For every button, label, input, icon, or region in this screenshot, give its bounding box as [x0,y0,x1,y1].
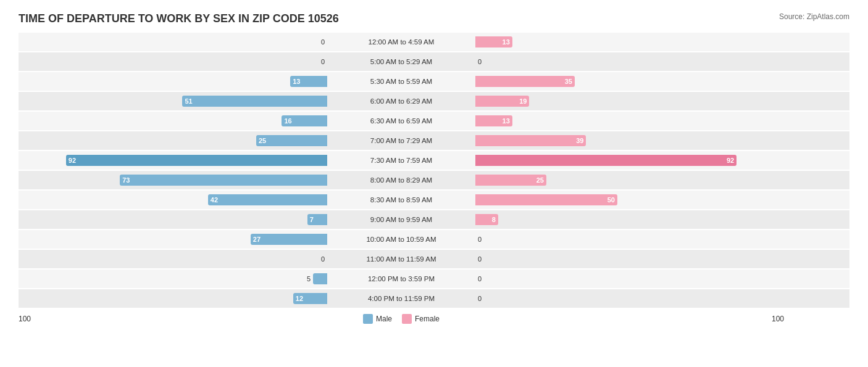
female-value: 50 [607,196,615,204]
female-value: 0 [478,295,482,302]
male-bar [313,273,327,284]
male-bar: 25 [256,135,327,146]
female-value: 25 [536,176,544,184]
male-bar: 13 [290,76,327,87]
male-bar-container: 7 [19,214,327,225]
female-bar-container: 8 [475,214,784,225]
male-value: 5 [307,275,311,282]
female-bar-container: 25 [475,175,784,186]
male-value: 0 [321,255,325,263]
male-value: 12 [296,295,303,302]
female-bar: 39 [475,135,586,146]
male-bar-container: 25 [19,135,327,146]
male-bar-container: 27 [19,234,327,245]
male-value: 27 [253,236,261,243]
female-bar: 25 [475,175,546,186]
data-row: 135:30 AM to 5:59 AM35 [19,72,849,91]
female-value: 92 [727,157,734,164]
scale-right: 100 [475,315,784,323]
time-label: 12:00 AM to 4:59 AM [327,38,475,46]
male-bar: 92 [66,155,327,166]
female-value: 13 [503,117,510,125]
time-label: 8:30 AM to 8:59 AM [327,196,475,204]
time-label: 7:00 AM to 7:29 AM [327,137,475,144]
male-bar-container: 92 [19,155,327,166]
female-bar-container: 39 [475,135,784,146]
female-value: 39 [576,137,583,144]
footer-row: 100 Male Female 100 [19,314,849,324]
female-value: 0 [478,236,482,243]
female-bar-container: 13 [475,36,784,47]
male-bar: 7 [307,214,327,225]
female-bar-container: 0 [475,295,784,302]
legend-female: Female [402,314,440,324]
male-value: 7 [310,216,314,223]
scale-left: 100 [19,315,327,323]
time-label: 4:00 PM to 11:59 PM [327,295,475,302]
female-bar: 50 [475,194,617,205]
female-value: 0 [478,58,482,65]
female-bar: 19 [475,96,529,107]
male-bar: 16 [282,115,327,126]
male-bar-container: 0 [19,58,327,65]
female-bar: 8 [475,214,498,225]
male-value: 25 [259,137,266,144]
time-label: 8:00 AM to 8:29 AM [327,176,475,184]
time-label: 12:00 PM to 3:59 PM [327,275,475,282]
male-bar-container: 12 [19,293,327,304]
female-bar: 13 [475,36,512,47]
data-row: 738:00 AM to 8:29 AM25 [19,171,849,189]
male-value: 92 [69,157,76,164]
male-value: 42 [211,196,218,204]
data-row: 012:00 AM to 4:59 AM13 [19,33,849,51]
data-row: 166:30 AM to 6:59 AM13 [19,112,849,130]
female-bar-container: 13 [475,115,784,126]
female-value: 13 [503,38,510,46]
female-value: 35 [565,78,572,85]
data-row: 428:30 AM to 8:59 AM50 [19,191,849,209]
female-value: 0 [478,255,482,263]
male-bar: 27 [251,234,327,245]
male-bar-container: 42 [19,194,327,205]
female-swatch [402,314,412,324]
time-label: 9:00 AM to 9:59 AM [327,216,475,223]
time-label: 6:30 AM to 6:59 AM [327,117,475,125]
male-value: 16 [284,117,291,125]
male-bar-container: 51 [19,96,327,107]
female-bar-container: 0 [475,58,784,65]
male-bar: 12 [293,293,327,304]
data-row: 512:00 PM to 3:59 PM0 [19,270,849,288]
male-bar-container: 0 [19,255,327,263]
legend-male: Male [363,314,392,324]
male-value: 0 [321,38,325,46]
time-label: 5:00 AM to 5:29 AM [327,58,475,65]
male-value: 0 [321,58,325,65]
male-bar-container: 0 [19,38,327,46]
female-bar: 35 [475,76,575,87]
female-bar-container: 50 [475,194,784,205]
female-bar-container: 0 [475,255,784,263]
female-bar-container: 0 [475,275,784,282]
female-value: 8 [492,216,496,223]
female-bar: 92 [475,155,737,166]
legend: Male Female [327,314,475,324]
male-bar-container: 16 [19,115,327,126]
male-bar: 51 [182,96,327,107]
female-bar-container: 19 [475,96,784,107]
time-label: 6:00 AM to 6:29 AM [327,97,475,105]
male-label: Male [376,315,392,323]
data-row: 79:00 AM to 9:59 AM8 [19,210,849,229]
male-bar-container: 73 [19,175,327,186]
chart-container: TIME OF DEPARTURE TO WORK BY SEX IN ZIP … [19,12,849,324]
data-row: 257:00 AM to 7:29 AM39 [19,131,849,150]
male-swatch [363,314,373,324]
male-value: 73 [122,176,130,184]
female-value: 0 [478,275,482,282]
time-label: 7:30 AM to 7:59 AM [327,157,475,164]
time-label: 10:00 AM to 10:59 AM [327,236,475,243]
time-label: 11:00 AM to 11:59 AM [327,255,475,263]
female-bar-container: 35 [475,76,784,87]
female-value: 19 [519,97,527,105]
data-row: 2710:00 AM to 10:59 AM0 [19,230,849,249]
female-bar-container: 0 [475,236,784,243]
